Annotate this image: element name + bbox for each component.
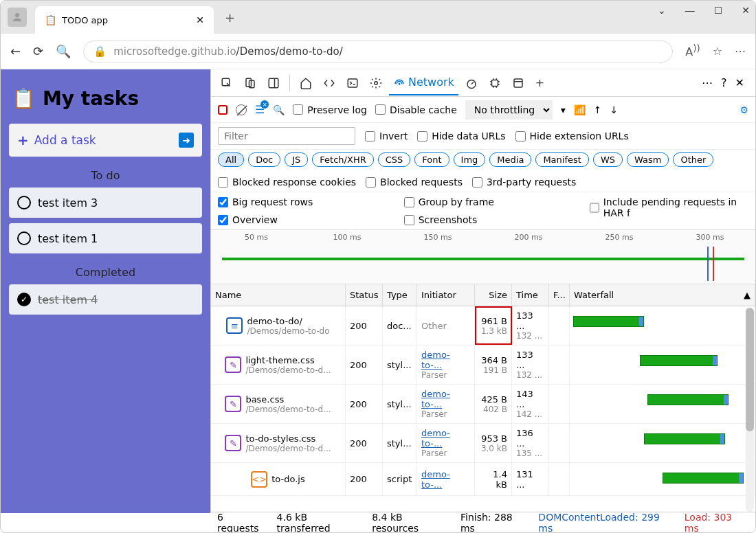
scrollbar-thumb[interactable] [746, 308, 754, 431]
checked-icon[interactable]: ✓ [17, 293, 31, 306]
type-filter-img[interactable]: Img [454, 152, 486, 167]
invert-checkbox[interactable]: Invert [365, 131, 408, 141]
timeline-overview[interactable]: 50 ms100 ms150 ms200 ms250 ms300 ms [211, 229, 755, 284]
page-title: 📋 My tasks [12, 87, 199, 110]
request-row[interactable]: ✎base.css/Demos/demo-to-d... 200 styl...… [211, 385, 755, 424]
filter-input[interactable] [218, 127, 355, 145]
console-tab[interactable] [342, 71, 363, 95]
blocked-requests-checkbox[interactable]: Blocked requests [366, 177, 463, 188]
menu-icon[interactable]: ⋯ [735, 45, 746, 58]
performance-tab[interactable] [461, 71, 482, 95]
disable-cache-checkbox[interactable]: Disable cache [375, 104, 457, 115]
throttling-select[interactable]: No throttling [465, 100, 553, 120]
timeline-tick: 150 ms [392, 233, 483, 242]
url-toolbar: ← ⟳ 🔍 🔒 microsoftedge.github.io/Demos/de… [1, 34, 755, 69]
minimize-button[interactable]: ― [685, 5, 695, 16]
request-row[interactable]: ✎to-do-styles.css/Demos/demo-to-d... 200… [211, 424, 755, 463]
network-conditions-icon[interactable]: 📶 [574, 104, 586, 115]
type-filter-ws[interactable]: WS [593, 152, 623, 167]
task-item[interactable]: test item 1 [9, 223, 202, 253]
caret-down-icon[interactable]: ⌄ [658, 5, 666, 16]
type-filter-manifest[interactable]: Manifest [535, 152, 588, 167]
submit-arrow-icon[interactable]: ➜ [179, 133, 194, 148]
close-devtools-icon[interactable]: ✕ [735, 76, 744, 89]
blocked-cookies-checkbox[interactable]: Blocked response cookies [218, 177, 356, 188]
request-row[interactable]: ≡demo-to-do//Demos/demo-to-do 200 doc...… [211, 306, 755, 345]
type-filter-doc[interactable]: Doc [248, 152, 280, 167]
favorite-icon[interactable]: ☆ [713, 45, 722, 58]
big-rows-checkbox[interactable]: Big request rows [218, 196, 377, 207]
col-initiator[interactable]: Initiator [417, 284, 475, 306]
request-row[interactable]: ✎light-theme.css/Demos/demo-to-d... 200 … [211, 345, 755, 385]
more-tools-icon[interactable]: ⋯ [702, 76, 713, 89]
type-filter-other[interactable]: Other [673, 152, 713, 167]
hide-ext-urls-checkbox[interactable]: Hide extension URLs [515, 131, 629, 141]
reload-button[interactable]: ⟳ [33, 44, 43, 58]
type-filter-fetch/xhr[interactable]: Fetch/XHR [312, 152, 373, 167]
third-party-checkbox[interactable]: 3rd-party requests [472, 177, 576, 188]
record-button[interactable] [218, 105, 227, 115]
group-frame-checkbox[interactable]: Group by frame [404, 196, 563, 207]
checkbox-icon[interactable] [17, 231, 31, 245]
add-task-input[interactable]: + Add a task ➜ [9, 124, 202, 157]
download-har-icon[interactable]: ↓ [610, 104, 619, 115]
upload-har-icon[interactable]: ↑ [594, 104, 602, 115]
type-filter-js[interactable]: JS [285, 152, 308, 167]
col-size[interactable]: Size [475, 284, 512, 306]
close-window-button[interactable]: ✕ [742, 5, 750, 16]
timeline-tick: 250 ms [574, 233, 665, 242]
clear-button[interactable] [236, 104, 247, 115]
type-filter-font[interactable]: Font [414, 152, 449, 167]
back-button[interactable]: ← [10, 44, 21, 58]
col-waterfall[interactable]: Waterfall▲ [570, 284, 755, 306]
memory-tab[interactable] [485, 71, 505, 95]
status-transferred: 4.6 kB transferred [277, 512, 363, 534]
inspect-icon[interactable] [216, 71, 237, 95]
task-item-done[interactable]: ✓test item 4 [9, 284, 202, 315]
device-icon[interactable] [240, 71, 260, 95]
devtools-tabs: Network + ⋯ ? ✕ [211, 69, 755, 97]
welcome-tab[interactable] [296, 71, 316, 95]
dock-icon[interactable] [263, 71, 284, 95]
type-filter-all[interactable]: All [218, 152, 244, 167]
caret-down-icon[interactable]: ▾ [561, 104, 566, 115]
more-tabs-button[interactable]: + [531, 71, 548, 95]
hide-data-urls-checkbox[interactable]: Hide data URLs [417, 131, 505, 141]
checkbox-icon[interactable] [17, 196, 31, 209]
sources-tab[interactable] [366, 71, 386, 95]
application-tab[interactable] [508, 71, 529, 95]
lock-icon: 🔒 [93, 45, 107, 58]
task-item[interactable]: test item 3 [9, 188, 202, 218]
filter-toggle-icon[interactable]: ☰× [255, 103, 265, 116]
search-icon[interactable]: 🔍 [273, 104, 285, 115]
col-name[interactable]: Name [211, 284, 346, 306]
read-aloud-icon[interactable]: A)) [685, 43, 700, 58]
type-filter-css[interactable]: CSS [378, 152, 411, 167]
elements-tab[interactable] [319, 71, 340, 95]
help-icon[interactable]: ? [721, 76, 727, 89]
maximize-button[interactable]: ☐ [714, 5, 723, 16]
profile-avatar[interactable] [8, 8, 27, 27]
svg-rect-6 [348, 79, 357, 87]
col-type[interactable]: Type [383, 284, 417, 306]
settings-icon[interactable]: ⚙ [740, 104, 748, 115]
network-toolbar: ☰× 🔍 Preserve log Disable cache No throt… [211, 97, 755, 123]
type-filter-media[interactable]: Media [489, 152, 531, 167]
col-status[interactable]: Status [346, 284, 383, 306]
request-grid: Name Status Type Initiator Size Time F..… [211, 284, 755, 513]
new-tab-button[interactable]: + [219, 8, 241, 27]
request-row[interactable]: <>to-do.js 200 script demo-to-... 1.4 kB… [211, 463, 755, 496]
col-time[interactable]: Time [512, 284, 549, 306]
overview-checkbox[interactable]: Overview [218, 214, 377, 225]
col-fulfilled[interactable]: F... [549, 284, 570, 306]
preserve-log-checkbox[interactable]: Preserve log [293, 104, 367, 115]
type-filter-row: AllDocJSFetch/XHRCSSFontImgMediaManifest… [211, 150, 755, 172]
include-har-checkbox[interactable]: Include pending requests in HAR f [590, 196, 748, 218]
screenshots-checkbox[interactable]: Screenshots [404, 214, 563, 225]
network-tab[interactable]: Network [389, 70, 458, 95]
browser-tab[interactable]: 📋 TODO app ✕ [35, 6, 214, 34]
search-icon[interactable]: 🔍 [56, 44, 71, 58]
type-filter-wasm[interactable]: Wasm [627, 152, 669, 167]
close-tab-icon[interactable]: ✕ [196, 14, 204, 25]
address-bar[interactable]: 🔒 microsoftedge.github.io/Demos/demo-to-… [83, 41, 673, 63]
